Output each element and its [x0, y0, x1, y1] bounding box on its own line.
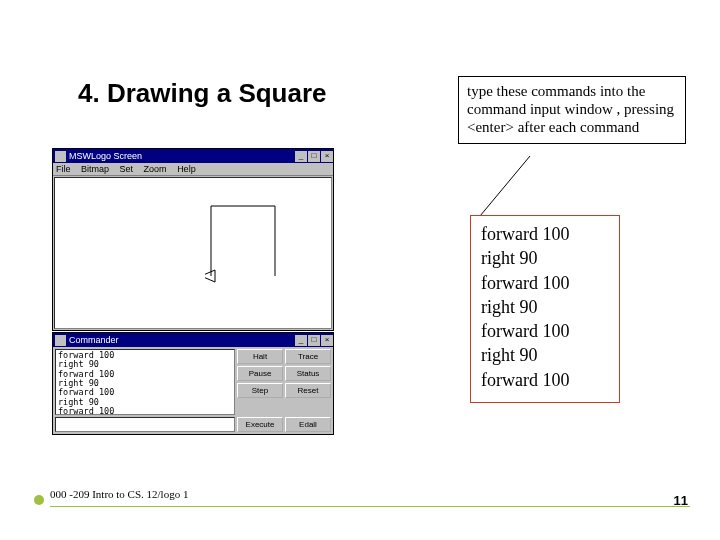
status-button[interactable]: Status [285, 366, 331, 381]
maximize-icon[interactable]: □ [308, 335, 320, 346]
slide-title: 4. Drawing a Square [78, 78, 327, 109]
close-icon[interactable]: × [321, 151, 333, 162]
command-input[interactable] [55, 417, 235, 432]
main-titlebar: MSWLogo Screen _ □ × [53, 149, 333, 163]
main-window-title: MSWLogo Screen [69, 151, 294, 161]
menu-set[interactable]: Set [120, 164, 134, 174]
commander-title: Commander [69, 335, 294, 345]
menu-help[interactable]: Help [177, 164, 196, 174]
menu-file[interactable]: File [56, 164, 71, 174]
mswlogo-app: MSWLogo Screen _ □ × File Bitmap Set Zoo… [52, 148, 334, 436]
commander-buttons: Halt Trace Pause Status Step Reset [237, 349, 331, 415]
commands-listing: forward 100 right 90 forward 100 right 9… [470, 215, 620, 403]
step-button[interactable]: Step [237, 383, 283, 398]
system-menu-icon[interactable] [55, 151, 66, 162]
turtle-path [205, 196, 285, 286]
commander-window: Commander _ □ × forward 100 right 90 for… [52, 332, 334, 435]
halt-button[interactable]: Halt [237, 349, 283, 364]
trace-button[interactable]: Trace [285, 349, 331, 364]
menu-zoom[interactable]: Zoom [144, 164, 167, 174]
minimize-icon[interactable]: _ [295, 335, 307, 346]
execute-button[interactable]: Execute [237, 417, 283, 432]
menu-bitmap[interactable]: Bitmap [81, 164, 109, 174]
accent-dot-icon [34, 495, 44, 505]
commander-body: forward 100 right 90 forward 100 right 9… [53, 347, 333, 417]
instruction-callout: type these commands into the command inp… [458, 76, 686, 144]
main-window: MSWLogo Screen _ □ × File Bitmap Set Zoo… [52, 148, 334, 331]
commands-text: forward 100 right 90 forward 100 right 9… [481, 222, 609, 392]
svg-marker-1 [205, 270, 215, 282]
reset-button[interactable]: Reset [285, 383, 331, 398]
maximize-icon[interactable]: □ [308, 151, 320, 162]
commander-titlebar: Commander _ □ × [53, 333, 333, 347]
svg-line-0 [480, 156, 530, 216]
commander-input-row: Execute Edall [53, 417, 333, 434]
menu-bar: File Bitmap Set Zoom Help [53, 163, 333, 176]
footer-course-info: 000 -209 Intro to CS. 12/logo 1 [50, 488, 188, 500]
minimize-icon[interactable]: _ [295, 151, 307, 162]
command-history[interactable]: forward 100 right 90 forward 100 right 9… [55, 349, 235, 415]
drawing-canvas [54, 177, 332, 329]
footer-divider [50, 506, 690, 507]
edall-button[interactable]: Edall [285, 417, 331, 432]
system-menu-icon[interactable] [55, 335, 66, 346]
pause-button[interactable]: Pause [237, 366, 283, 381]
close-icon[interactable]: × [321, 335, 333, 346]
